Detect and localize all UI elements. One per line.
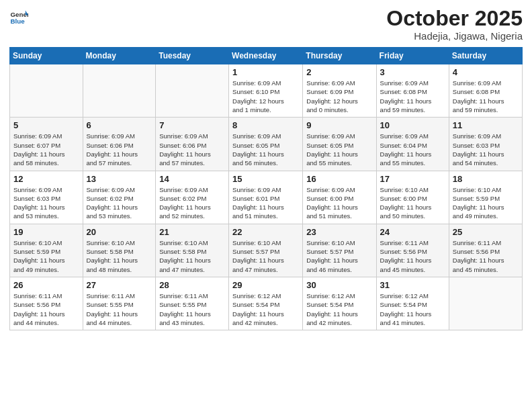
calendar-day-16: 16Sunrise: 6:09 AM Sunset: 6:00 PM Dayli… [303, 171, 376, 224]
calendar-day-19: 19Sunrise: 6:10 AM Sunset: 5:59 PM Dayli… [10, 224, 83, 277]
day-number: 15 [232, 174, 299, 184]
calendar-day-20: 20Sunrise: 6:10 AM Sunset: 5:58 PM Dayli… [83, 224, 156, 277]
weekday-header-thursday: Thursday [303, 48, 376, 64]
calendar-day-14: 14Sunrise: 6:09 AM Sunset: 6:02 PM Dayli… [156, 171, 229, 224]
day-info: Sunrise: 6:09 AM Sunset: 6:06 PM Dayligh… [159, 132, 225, 167]
calendar-day-5: 5Sunrise: 6:09 AM Sunset: 6:07 PM Daylig… [10, 118, 83, 171]
day-number: 31 [380, 280, 445, 290]
day-number: 19 [13, 227, 79, 237]
day-info: Sunrise: 6:12 AM Sunset: 5:54 PM Dayligh… [380, 291, 445, 327]
day-info: Sunrise: 6:11 AM Sunset: 5:56 PM Dayligh… [380, 238, 445, 274]
calendar-day-10: 10Sunrise: 6:09 AM Sunset: 6:04 PM Dayli… [376, 118, 449, 171]
calendar-day-23: 23Sunrise: 6:10 AM Sunset: 5:57 PM Dayli… [303, 224, 376, 277]
day-info: Sunrise: 6:09 AM Sunset: 6:05 PM Dayligh… [232, 132, 299, 167]
calendar-day-6: 6Sunrise: 6:09 AM Sunset: 6:06 PM Daylig… [83, 118, 156, 171]
calendar-day-17: 17Sunrise: 6:10 AM Sunset: 6:00 PM Dayli… [376, 171, 449, 224]
day-number: 27 [87, 280, 152, 290]
day-number: 25 [453, 227, 519, 237]
weekday-header-saturday: Saturday [449, 48, 522, 64]
calendar-day-7: 7Sunrise: 6:09 AM Sunset: 6:06 PM Daylig… [156, 118, 229, 171]
day-number: 28 [159, 280, 225, 290]
logo: General Blue [9, 7, 30, 26]
day-info: Sunrise: 6:09 AM Sunset: 6:05 PM Dayligh… [306, 132, 372, 167]
day-number: 29 [232, 280, 299, 290]
calendar-day-21: 21Sunrise: 6:10 AM Sunset: 5:58 PM Dayli… [156, 224, 229, 277]
calendar-day-31: 31Sunrise: 6:12 AM Sunset: 5:54 PM Dayli… [376, 277, 449, 330]
day-number: 20 [87, 227, 152, 237]
svg-text:Blue: Blue [10, 17, 25, 25]
day-number: 12 [13, 174, 79, 184]
calendar-day-22: 22Sunrise: 6:10 AM Sunset: 5:57 PM Dayli… [229, 224, 303, 277]
calendar-day-30: 30Sunrise: 6:12 AM Sunset: 5:54 PM Dayli… [303, 277, 376, 330]
header: General Blue October 2025 Hadejia, Jigaw… [9, 7, 523, 42]
calendar-week-3: 12Sunrise: 6:09 AM Sunset: 6:03 PM Dayli… [10, 171, 523, 224]
calendar-day-8: 8Sunrise: 6:09 AM Sunset: 6:05 PM Daylig… [229, 118, 303, 171]
day-info: Sunrise: 6:09 AM Sunset: 6:01 PM Dayligh… [232, 185, 299, 221]
calendar-day-18: 18Sunrise: 6:10 AM Sunset: 5:59 PM Dayli… [449, 171, 522, 224]
day-info: Sunrise: 6:09 AM Sunset: 6:06 PM Dayligh… [87, 132, 152, 167]
day-info: Sunrise: 6:10 AM Sunset: 5:59 PM Dayligh… [13, 238, 79, 274]
calendar-table: SundayMondayTuesdayWednesdayThursdayFrid… [9, 47, 523, 330]
location-subtitle: Hadejia, Jigawa, Nigeria [386, 30, 523, 42]
day-info: Sunrise: 6:09 AM Sunset: 6:08 PM Dayligh… [453, 79, 519, 114]
day-info: Sunrise: 6:10 AM Sunset: 5:59 PM Dayligh… [453, 185, 519, 221]
day-number: 5 [13, 120, 79, 130]
calendar-day-2: 2Sunrise: 6:09 AM Sunset: 6:09 PM Daylig… [303, 64, 376, 118]
day-number: 26 [13, 280, 79, 290]
day-number: 30 [306, 280, 372, 290]
day-info: Sunrise: 6:11 AM Sunset: 5:56 PM Dayligh… [453, 238, 519, 274]
day-number: 21 [159, 227, 225, 237]
day-number: 17 [380, 174, 445, 184]
day-number: 24 [380, 227, 445, 237]
calendar-day-25: 25Sunrise: 6:11 AM Sunset: 5:56 PM Dayli… [449, 224, 522, 277]
day-info: Sunrise: 6:09 AM Sunset: 6:09 PM Dayligh… [306, 79, 372, 114]
day-number: 23 [306, 227, 372, 237]
calendar-week-1: 1Sunrise: 6:09 AM Sunset: 6:10 PM Daylig… [10, 64, 523, 118]
logo-icon: General Blue [9, 7, 28, 26]
calendar-week-2: 5Sunrise: 6:09 AM Sunset: 6:07 PM Daylig… [10, 118, 523, 171]
title-area: October 2025 Hadejia, Jigawa, Nigeria [386, 7, 523, 42]
day-info: Sunrise: 6:09 AM Sunset: 6:00 PM Dayligh… [306, 185, 372, 221]
day-info: Sunrise: 6:09 AM Sunset: 6:04 PM Dayligh… [380, 132, 445, 167]
day-number: 18 [453, 174, 519, 184]
day-number: 9 [306, 120, 372, 130]
day-number: 14 [159, 174, 225, 184]
page: General Blue October 2025 Hadejia, Jigaw… [0, 0, 532, 411]
day-info: Sunrise: 6:09 AM Sunset: 6:10 PM Dayligh… [232, 79, 299, 114]
empty-day [10, 64, 83, 118]
calendar-day-24: 24Sunrise: 6:11 AM Sunset: 5:56 PM Dayli… [376, 224, 449, 277]
day-info: Sunrise: 6:10 AM Sunset: 5:58 PM Dayligh… [87, 238, 152, 274]
day-number: 6 [87, 120, 152, 130]
calendar-day-28: 28Sunrise: 6:11 AM Sunset: 5:55 PM Dayli… [156, 277, 229, 330]
month-title: October 2025 [386, 7, 523, 30]
calendar-day-12: 12Sunrise: 6:09 AM Sunset: 6:03 PM Dayli… [10, 171, 83, 224]
calendar-day-9: 9Sunrise: 6:09 AM Sunset: 6:05 PM Daylig… [303, 118, 376, 171]
day-info: Sunrise: 6:09 AM Sunset: 6:07 PM Dayligh… [13, 132, 79, 167]
day-number: 2 [306, 67, 372, 77]
day-info: Sunrise: 6:10 AM Sunset: 5:57 PM Dayligh… [232, 238, 299, 274]
day-number: 13 [87, 174, 152, 184]
day-info: Sunrise: 6:09 AM Sunset: 6:08 PM Dayligh… [380, 79, 445, 114]
weekday-header-tuesday: Tuesday [156, 48, 229, 64]
day-info: Sunrise: 6:09 AM Sunset: 6:03 PM Dayligh… [453, 132, 519, 167]
day-number: 10 [380, 120, 445, 130]
calendar-day-15: 15Sunrise: 6:09 AM Sunset: 6:01 PM Dayli… [229, 171, 303, 224]
day-number: 16 [306, 174, 372, 184]
day-info: Sunrise: 6:09 AM Sunset: 6:02 PM Dayligh… [87, 185, 152, 221]
calendar-week-4: 19Sunrise: 6:10 AM Sunset: 5:59 PM Dayli… [10, 224, 523, 277]
day-number: 4 [453, 67, 519, 77]
weekday-header-friday: Friday [376, 48, 449, 64]
day-info: Sunrise: 6:09 AM Sunset: 6:03 PM Dayligh… [13, 185, 79, 221]
day-info: Sunrise: 6:12 AM Sunset: 5:54 PM Dayligh… [232, 291, 299, 327]
day-info: Sunrise: 6:10 AM Sunset: 5:58 PM Dayligh… [159, 238, 225, 274]
day-info: Sunrise: 6:10 AM Sunset: 6:00 PM Dayligh… [380, 185, 445, 221]
calendar-day-29: 29Sunrise: 6:12 AM Sunset: 5:54 PM Dayli… [229, 277, 303, 330]
calendar-week-5: 26Sunrise: 6:11 AM Sunset: 5:56 PM Dayli… [10, 277, 523, 330]
day-number: 11 [453, 120, 519, 130]
calendar-day-4: 4Sunrise: 6:09 AM Sunset: 6:08 PM Daylig… [449, 64, 522, 118]
empty-day [83, 64, 156, 118]
day-info: Sunrise: 6:11 AM Sunset: 5:55 PM Dayligh… [87, 291, 152, 327]
empty-day [156, 64, 229, 118]
calendar-day-3: 3Sunrise: 6:09 AM Sunset: 6:08 PM Daylig… [376, 64, 449, 118]
calendar-day-1: 1Sunrise: 6:09 AM Sunset: 6:10 PM Daylig… [229, 64, 303, 118]
